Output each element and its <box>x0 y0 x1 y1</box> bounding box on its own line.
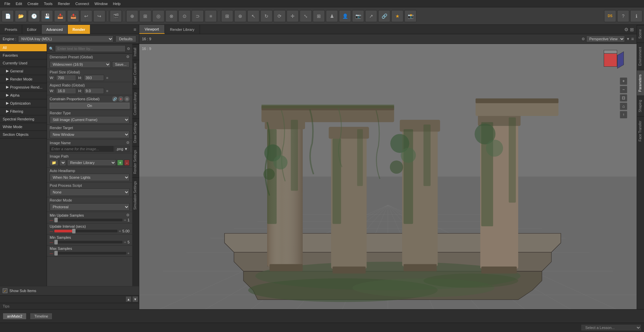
side-tab-smart-content[interactable]: Smart Content <box>132 60 139 88</box>
post-process-select[interactable]: None <box>50 188 130 196</box>
dimension-preset-select[interactable]: Widescreen (16:9) <box>50 61 111 68</box>
constrain-gear-icon[interactable]: ⚙ <box>124 96 130 102</box>
vp-home-btn[interactable]: ⌂ <box>620 103 627 110</box>
right-tab-environment[interactable]: Environment <box>637 43 644 70</box>
tool3-btn[interactable]: ◎ <box>152 10 164 22</box>
cat-currently-used[interactable]: Currently Used <box>0 59 47 67</box>
pixel-size-menu[interactable]: ≡ <box>106 76 108 80</box>
menu-edit[interactable]: Edit <box>13 1 25 6</box>
cat-render-mode[interactable]: ▶ Render Mode <box>0 75 47 83</box>
menu-help[interactable]: Help <box>110 1 123 6</box>
render-mode-select[interactable]: Photoreal <box>50 203 130 211</box>
min-update-slider[interactable] <box>54 219 122 221</box>
cat-favorites[interactable]: Favorites <box>0 52 47 59</box>
camera2-btn[interactable]: 📷 <box>352 10 364 22</box>
tab-menu-icon[interactable]: ≡ <box>131 25 139 34</box>
tab-render[interactable]: Render <box>68 25 90 34</box>
menu-window[interactable]: Window <box>92 1 110 6</box>
select-btn[interactable]: ↖ <box>247 10 259 22</box>
min-update-plus[interactable]: + <box>124 218 126 222</box>
scroll-up-btn[interactable]: ▲ <box>126 296 132 302</box>
heart-icon[interactable]: ♥ <box>118 96 123 102</box>
vp-expand-icon[interactable]: ⊞ <box>630 27 634 32</box>
cat-spectral[interactable]: Spectral Rendering <box>0 115 47 123</box>
min-samples-slider[interactable] <box>54 241 122 243</box>
right-tab-face-transfer[interactable]: Face Transfer <box>637 116 644 146</box>
right-tab-shaping[interactable]: Shaping <box>637 96 644 116</box>
menu-tools[interactable]: Tools <box>41 1 55 6</box>
engine-select[interactable]: NVIDIA Iray (MDL) <box>18 36 113 42</box>
vp-top-gear-icon[interactable]: ⚙ <box>624 27 629 32</box>
right-tab-scene[interactable]: Scene <box>637 25 644 43</box>
bottom-tab-timeline[interactable]: Timeline <box>30 313 52 320</box>
vp-tab-render-library[interactable]: Render Library <box>165 25 200 34</box>
grid-btn[interactable]: ⊞ <box>221 10 233 22</box>
side-tab-content-library[interactable]: Content Library <box>132 89 139 118</box>
vp-zoom-out-btn[interactable]: − <box>620 86 627 93</box>
scroll-down-btn[interactable]: ▼ <box>132 296 138 302</box>
min-update-minus[interactable]: — <box>50 218 53 222</box>
cat-progressive[interactable]: ▶ Progressive Rend... <box>0 83 47 91</box>
auto-headlamp-select[interactable]: When No Scene Lights <box>50 174 130 181</box>
aspect-w-input[interactable] <box>56 88 76 94</box>
vp-menu-icon[interactable]: ≡ <box>631 36 634 42</box>
orbit-btn[interactable]: ⊛ <box>234 10 246 22</box>
max-samples-minus[interactable]: — <box>50 252 53 255</box>
move-btn[interactable]: ✛ <box>287 10 299 22</box>
save-as-btn[interactable]: 📥 <box>54 10 66 22</box>
cat-white-mode[interactable]: White Mode <box>0 123 47 131</box>
scale-btn[interactable]: ⤡ <box>300 10 312 22</box>
max-samples-slider[interactable] <box>54 252 126 255</box>
tool7-btn[interactable]: ≡ <box>205 10 217 22</box>
gold-btn[interactable]: ★ <box>391 10 403 22</box>
vp-frame-btn[interactable]: ⊡ <box>620 94 627 102</box>
undo-btn[interactable]: ↩ <box>80 10 92 22</box>
update-interval-thumb[interactable] <box>72 229 76 233</box>
recent-files-btn[interactable]: 🕐 <box>28 10 40 22</box>
camera-btn[interactable]: 🎬 <box>110 10 122 22</box>
update-interval-slider[interactable] <box>54 230 117 232</box>
aspect-h-input[interactable] <box>84 88 104 94</box>
tab-advanced[interactable]: Advanced <box>42 25 68 34</box>
vp-tab-viewport[interactable]: Viewport <box>139 25 165 34</box>
vp-dropdown-arrow[interactable]: ▼ <box>626 37 630 41</box>
image-name-input[interactable] <box>50 146 114 152</box>
export-btn[interactable]: 📤 <box>67 10 79 22</box>
bottom-tab-animate[interactable]: aniMate2 <box>3 313 27 320</box>
search-input[interactable] <box>55 45 126 52</box>
redo-btn[interactable]: ↪ <box>93 10 105 22</box>
aspect-menu[interactable]: ≡ <box>106 89 108 93</box>
tips-label[interactable]: Tips <box>3 304 9 308</box>
defaults-btn[interactable]: Defaults <box>115 36 136 42</box>
save-btn[interactable]: 💾 <box>41 10 53 22</box>
render-target-select[interactable]: New Window <box>50 131 130 138</box>
cat-filtering[interactable]: ▶ Filtering <box>0 107 47 115</box>
side-tab-render-settings[interactable]: Render Settings <box>132 146 139 177</box>
tool4-btn[interactable]: ⊗ <box>165 10 178 22</box>
max-samples-plus[interactable]: + <box>128 251 130 255</box>
side-tab-draw-settings[interactable]: Draw Settings <box>132 118 139 146</box>
path-value-select[interactable]: Render Library <box>67 159 116 166</box>
vp-perspective-select[interactable]: Perspective View <box>586 36 625 42</box>
select2-btn[interactable]: ↗ <box>365 10 377 22</box>
tab-presets[interactable]: Presets <box>0 25 22 34</box>
pixel-w-input[interactable] <box>56 75 76 81</box>
pose-btn[interactable]: ♟ <box>326 10 338 22</box>
tool5-btn[interactable]: ⊙ <box>179 10 191 22</box>
min-samples-minus[interactable]: — <box>50 240 53 244</box>
cat-alpha[interactable]: ▶ Alpha <box>0 91 47 99</box>
path-browse-btn[interactable]: 📁 <box>50 160 58 166</box>
min-update-thumb[interactable] <box>54 218 58 222</box>
tool1-btn[interactable]: ⊕ <box>126 10 138 22</box>
nav-cube[interactable] <box>600 47 627 73</box>
figure-btn[interactable]: 👤 <box>339 10 351 22</box>
image-ext-btn[interactable]: .png ▼ <box>114 146 130 152</box>
min-update-settings-icon[interactable]: ⚙ <box>126 213 130 217</box>
cat-general[interactable]: ▶ General <box>0 67 47 75</box>
pixel-h-input[interactable] <box>84 75 104 81</box>
path-type-select[interactable]: ▼ <box>59 160 66 166</box>
tab-editor[interactable]: Editor <box>22 25 42 34</box>
vp-up-btn[interactable]: ↑ <box>620 111 627 118</box>
cat-optimization[interactable]: ▶ Optimization <box>0 99 47 107</box>
constrain-btn[interactable]: On <box>50 103 130 109</box>
